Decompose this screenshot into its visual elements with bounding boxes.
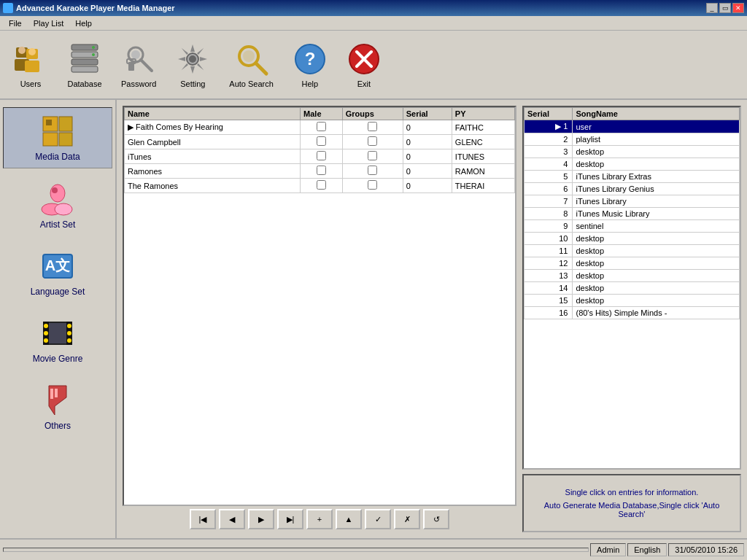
table-row[interactable]: 5 iTunes Library Extras	[525, 171, 740, 183]
table-row[interactable]: Ramones 0 RAMON	[125, 164, 515, 179]
cell-song: (80's Hits) Simple Minds -	[573, 307, 740, 319]
svg-rect-31	[59, 133, 72, 146]
sidebar-item-language-set[interactable]: A文 Language Set	[3, 243, 112, 303]
songs-table: Serial SongName ▶ 1 user 2 playlist 3 de…	[524, 107, 740, 319]
up-button[interactable]: ▲	[336, 509, 362, 529]
sidebar-item-artist-set[interactable]: Artist Set	[3, 176, 112, 236]
cell-serial: 16	[525, 307, 573, 319]
database-button[interactable]: Database	[61, 39, 108, 91]
svg-rect-9	[71, 66, 98, 72]
cell-male	[301, 149, 343, 164]
password-button[interactable]: Password	[115, 39, 162, 91]
cell-py: FAITHC	[452, 120, 514, 135]
right-panel: Serial SongName ▶ 1 user 2 playlist 3 de…	[522, 106, 741, 532]
auto-search-button[interactable]: Auto Search	[223, 39, 279, 91]
svg-rect-3	[25, 61, 39, 72]
table-row[interactable]: 4 desktop	[525, 158, 740, 171]
sidebar-item-others[interactable]: Others	[3, 377, 112, 437]
svg-point-21	[243, 50, 255, 62]
setting-button[interactable]: Setting	[169, 39, 216, 91]
cell-song: user	[573, 120, 740, 133]
main-area: Media Data Artist Set A文 Lang	[0, 100, 747, 538]
cell-serial: 3	[525, 146, 573, 158]
table-row[interactable]: 10 desktop	[525, 233, 740, 245]
cell-male	[301, 179, 343, 193]
users-button[interactable]: Users	[7, 39, 54, 91]
database-icon	[67, 42, 102, 77]
cell-male	[301, 164, 343, 179]
table-row[interactable]: 13 desktop	[525, 270, 740, 282]
table-row[interactable]: 14 desktop	[525, 282, 740, 295]
first-button[interactable]: |◀	[190, 509, 216, 529]
table-row[interactable]: ▶ Faith Comes By Hearing 0 FAITHC	[125, 120, 515, 135]
cell-song: iTunes Library Genius	[573, 183, 740, 195]
svg-point-44	[44, 338, 48, 343]
table-row[interactable]: Glen Campbell 0 GLENC	[125, 135, 515, 149]
cell-serial: 0	[403, 164, 452, 179]
refresh-button[interactable]: ↺	[423, 509, 449, 529]
table-row[interactable]: iTunes 0 ITUNES	[125, 149, 515, 164]
cell-serial: 11	[525, 245, 573, 257]
prev-button[interactable]: ◀	[219, 509, 245, 529]
status-bar: Admin English 31/05/2010 15:26	[0, 538, 747, 560]
table-row[interactable]: 15 desktop	[525, 295, 740, 307]
left-table[interactable]: Name Male Groups Serial PY ▶ Faith Comes…	[123, 106, 516, 506]
svg-rect-8	[71, 59, 98, 65]
sidebar-item-media-data[interactable]: Media Data	[3, 107, 112, 168]
table-row[interactable]: 9 sentinel	[525, 220, 740, 233]
menu-playlist[interactable]: Play List	[28, 18, 70, 29]
table-row[interactable]: 16 (80's Hits) Simple Minds -	[525, 307, 740, 319]
cell-serial: 5	[525, 171, 573, 183]
table-row[interactable]: 3 desktop	[525, 146, 740, 158]
add-button[interactable]: +	[306, 509, 333, 529]
sidebar-item-movie-genre[interactable]: Movie Genre	[3, 310, 112, 370]
col-songname: SongName	[573, 108, 740, 120]
table-row[interactable]: ▶ 1 user	[525, 120, 740, 133]
play-button[interactable]: ▶	[248, 509, 274, 529]
cell-serial: 13	[525, 270, 573, 282]
exit-button[interactable]: Exit	[341, 39, 387, 91]
close-button[interactable]: ✕	[732, 3, 744, 13]
menu-help[interactable]: Help	[69, 18, 98, 29]
help-button[interactable]: ? Help	[287, 39, 333, 91]
table-row[interactable]: 8 iTunes Music Library	[525, 208, 740, 220]
svg-point-18	[189, 55, 196, 63]
menu-file[interactable]: File	[3, 18, 28, 29]
delete-button[interactable]: ✗	[394, 509, 420, 529]
cell-male	[301, 135, 343, 149]
svg-rect-30	[43, 133, 58, 146]
minimize-button[interactable]: _	[706, 3, 718, 13]
cell-song: iTunes Library	[573, 195, 740, 208]
svg-point-14	[131, 50, 140, 59]
cell-song: desktop	[573, 282, 740, 295]
svg-point-5	[28, 48, 36, 55]
cell-serial: 14	[525, 282, 573, 295]
table-row[interactable]: The Ramones 0 THERAI	[125, 179, 515, 193]
table-row[interactable]: 7 iTunes Library	[525, 195, 740, 208]
table-row[interactable]: 6 iTunes Library Genius	[525, 183, 740, 195]
transport-controls: |◀ ◀ ▶ ▶| + ▲ ✓ ✗ ↺	[123, 506, 516, 532]
cell-serial: 0	[403, 135, 452, 149]
confirm-button[interactable]: ✓	[365, 509, 391, 529]
cell-py: THERAI	[452, 179, 514, 193]
restore-button[interactable]: ▭	[719, 3, 731, 13]
table-row[interactable]: 2 playlist	[525, 133, 740, 146]
media-data-label: Media Data	[35, 152, 80, 162]
right-table[interactable]: Serial SongName ▶ 1 user 2 playlist 3 de…	[522, 106, 741, 470]
others-icon	[40, 383, 75, 418]
artist-set-label: Artist Set	[40, 219, 76, 230]
cell-song: sentinel	[573, 220, 740, 233]
sidebar: Media Data Artist Set A文 Lang	[0, 100, 117, 538]
setting-icon	[175, 42, 210, 77]
cell-serial: ▶ 1	[525, 120, 573, 133]
table-row[interactable]: 12 desktop	[525, 257, 740, 270]
last-button[interactable]: ▶|	[277, 509, 303, 529]
svg-line-20	[256, 63, 266, 74]
movie-genre-label: Movie Genre	[33, 354, 83, 364]
cell-serial: 8	[525, 208, 573, 220]
cell-serial: 0	[403, 149, 452, 164]
window-controls[interactable]: _ ▭ ✕	[706, 3, 744, 13]
table-row[interactable]: 11 desktop	[525, 245, 740, 257]
svg-point-11	[92, 53, 95, 56]
cell-song: desktop	[573, 257, 740, 270]
